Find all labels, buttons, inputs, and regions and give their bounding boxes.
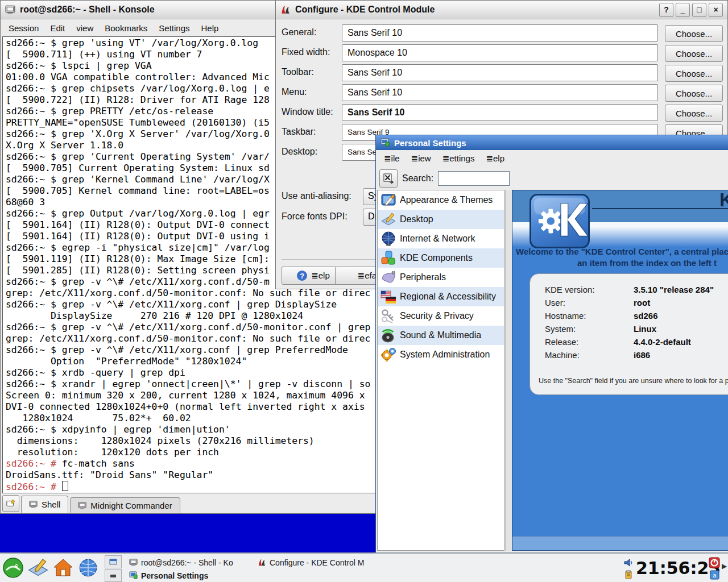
info-row: System:Linux	[545, 324, 728, 337]
svg-text:a: a	[713, 572, 717, 579]
choose-button[interactable]: Choose...	[665, 85, 723, 102]
terminal-line: sd266:~ # fc-match sans	[6, 458, 380, 469]
terminal-text: sd266:~ $ grep Output /var/log/Xorg.0.lo…	[6, 208, 270, 219]
info-row: User:root	[545, 298, 728, 311]
dpi-label: Force fonts DPI:	[282, 211, 348, 222]
personal-menu-item-1[interactable]: ≣iew	[406, 152, 437, 165]
konsole-menu-item-3[interactable]: Bookmarks	[99, 22, 153, 34]
sidebar-item-sound-multimedia[interactable]: Sound & Multimedia	[378, 326, 504, 345]
pager-desktop-1[interactable]	[105, 555, 122, 568]
sidebar-item-label: Peripherals	[400, 272, 446, 282]
terminal-text: sd266:~ $ xdpyinfo | egrep 'dimen|ution'	[6, 424, 230, 435]
configure-titlebar[interactable]: Configure - KDE Control Module ? _ □ ×	[276, 1, 727, 19]
terminal-text: sd266:~ $ grep 'Current Operating System…	[6, 151, 270, 162]
show-desktop-button[interactable]	[27, 557, 50, 580]
search-jump-button[interactable]	[379, 169, 398, 188]
sidebar-item-label: Internet & Network	[400, 234, 475, 244]
font-row-label: Desktop:	[282, 147, 317, 157]
sidebar-item-internet-network[interactable]: Internet & Network	[378, 229, 504, 248]
sidebar-item-peripherals[interactable]: Peripherals	[378, 268, 504, 287]
terminal-line: sd266:~ $ xrdb -query | grep dpi	[6, 367, 380, 379]
info-row-value: root	[634, 298, 650, 307]
appearance-themes-icon	[380, 192, 396, 208]
home-folder-button[interactable]	[52, 557, 75, 580]
task-button-configure-kde-control-m[interactable]: Configure - KDE Control M	[255, 556, 380, 568]
sidebar-item-security-privacy[interactable]: Security & Privacy	[378, 306, 504, 326]
suse-menu-button[interactable]	[2, 557, 25, 580]
konsole-menu-item-2[interactable]: view	[71, 22, 99, 34]
welcome-pane: K Welcome to the "KDE Control Center", a…	[512, 190, 728, 551]
pager-window-icon	[109, 558, 117, 566]
personal-menu-item-0[interactable]: ≣ile	[378, 152, 406, 165]
panel-hide-arrow[interactable]: ▶	[722, 562, 727, 570]
terminal-text: [ 5900.711] (++) using VT number 7	[6, 49, 202, 60]
font-row-value[interactable]: Monospace 10	[342, 44, 658, 61]
terminal-text: sd266:~ $ grep -v ^\# /etc/X11/xorg.conf…	[6, 299, 337, 310]
maximize-button[interactable]: □	[692, 3, 706, 17]
terminal-text: [ 5900.705] Current Operating System: Li…	[6, 163, 270, 173]
task-button-personal-settings[interactable]: Personal Settings	[126, 569, 252, 581]
konsole-tabbar: ShellMidnight Commander	[1, 494, 382, 513]
terminal-text: [ 5900.722] (II) R128: Driver for ATI Ra…	[6, 94, 270, 105]
personal-titlebar[interactable]: Personal Settings	[376, 135, 728, 150]
choose-button[interactable]: Choose...	[665, 25, 723, 42]
help-button-label: ≣elp	[311, 271, 330, 281]
font-row-value[interactable]: Sans Serif 10	[342, 104, 658, 121]
choose-button[interactable]: Choose...	[665, 65, 723, 82]
tab-label: Shell	[42, 500, 60, 509]
sidebar-item-appearance-themes[interactable]: Appearance & Themes	[378, 190, 504, 210]
sidebar-item-system-administration[interactable]: System Administration	[378, 345, 504, 364]
terminal-text: sd266:~ $ egrep -i "physical size|cm]" /…	[6, 242, 270, 253]
font-row-label: Toolbar:	[282, 67, 314, 77]
updater-icon[interactable]	[709, 557, 720, 571]
sidebar-item-label: Sound & Multimedia	[400, 330, 481, 340]
info-row-value: i686	[634, 350, 650, 360]
font-row-value[interactable]: Sans Serif 10	[342, 64, 658, 81]
desktop-icon	[27, 557, 49, 579]
terminal-line: Option "PreferredMode" "728x582"	[6, 356, 380, 367]
choose-button[interactable]: Choose...	[665, 45, 723, 62]
klipper-icon[interactable]	[624, 570, 633, 581]
new-tab-button[interactable]	[2, 495, 19, 512]
task-button-root-sd266-shell-ko[interactable]: root@sd266:~ - Shell - Ko	[126, 556, 252, 568]
font-row-label: Window title:	[282, 107, 333, 117]
pager-desktop-2[interactable]	[105, 569, 122, 582]
web-browser-button[interactable]	[77, 557, 100, 580]
terminal-text: DVI-0 connected 728x582+0+0 (normal le…	[6, 401, 365, 412]
internet-network-icon	[380, 231, 396, 247]
font-row-value[interactable]: Sans Serif 10	[342, 24, 658, 41]
terminal-icon	[129, 558, 138, 567]
suse-icon	[2, 557, 24, 579]
volume-icon[interactable]	[623, 558, 634, 570]
terminal-text: sd266:~ $ grep -v ^\# /etc/X11/xorg.conf…	[6, 344, 348, 355]
tab-midnight-commander[interactable]: Midnight Commander	[70, 497, 180, 513]
personal-toolbar: Search:	[376, 167, 728, 190]
close-button[interactable]: ×	[709, 3, 723, 17]
personal-menu-item-3[interactable]: ≣elp	[480, 152, 510, 165]
info-row-value: 3.5.10 "release 284"	[634, 285, 714, 294]
personal-menu-item-2[interactable]: ≣ettings	[437, 152, 481, 165]
font-row-value[interactable]: Sans Serif 10	[342, 84, 658, 101]
window-buttons: ? _ □ ×	[659, 3, 723, 17]
kcontrol-icon	[380, 138, 390, 147]
help-titlebar-button[interactable]: ?	[659, 3, 673, 17]
tab-shell[interactable]: Shell	[21, 496, 68, 513]
minimize-button[interactable]: _	[676, 3, 690, 17]
tab-list: ShellMidnight Commander	[21, 496, 180, 513]
updater-icon	[709, 557, 720, 568]
konsole-menu-item-1[interactable]: Edit	[44, 22, 71, 34]
konsole-menu-item-5[interactable]: Help	[195, 22, 224, 34]
clock[interactable]: 21:56:23	[636, 554, 708, 582]
font-row-1: Fixed width:Monospace 10Choose...	[276, 44, 727, 61]
desktop-pager[interactable]	[105, 555, 122, 581]
terminal-text: sd266:~ $ grep chipsets /var/log/Xorg.0.…	[6, 83, 270, 94]
choose-button[interactable]: Choose...	[665, 105, 723, 122]
search-input[interactable]	[438, 171, 510, 186]
konsole-menu-item-0[interactable]: Session	[3, 22, 44, 34]
sidebar-item-desktop[interactable]: Desktop	[378, 210, 504, 229]
konsole-menu-item-4[interactable]: Settings	[153, 22, 195, 34]
tray-blue-icon[interactable]: a	[710, 570, 719, 582]
home-icon	[52, 557, 74, 579]
sidebar-item-regional-accessibility[interactable]: Regional & Accessibility	[378, 287, 504, 306]
sidebar-item-kde-components[interactable]: KDE Components	[378, 248, 504, 268]
